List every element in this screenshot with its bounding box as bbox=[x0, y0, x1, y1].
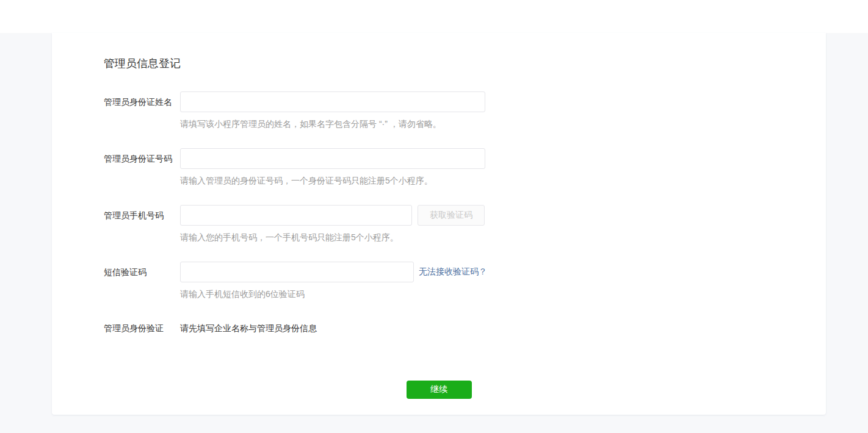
admin-phone-input[interactable] bbox=[180, 205, 412, 226]
continue-button[interactable]: 继续 bbox=[407, 381, 472, 399]
top-bar bbox=[0, 0, 868, 33]
admin-id-number-label: 管理员身份证号码 bbox=[104, 152, 180, 165]
sms-code-hint: 请输入手机短信收到的6位验证码 bbox=[180, 290, 826, 299]
admin-id-name-label: 管理员身份证姓名 bbox=[104, 96, 180, 108]
get-verification-code-button[interactable]: 获取验证码 bbox=[418, 205, 485, 226]
admin-id-number-hint: 请输入管理员的身份证号码，一个身份证号码只能注册5个小程序。 bbox=[180, 176, 826, 185]
field-identity-verify: 管理员身份验证 请先填写企业名称与管理员身份信息 bbox=[104, 324, 826, 332]
field-admin-phone: 管理员手机号码 获取验证码 请输入您的手机号码，一个手机号码只能注册5个小程序。 bbox=[104, 205, 826, 242]
sms-code-label: 短信验证码 bbox=[104, 266, 180, 278]
admin-phone-hint: 请输入您的手机号码，一个手机号码只能注册5个小程序。 bbox=[180, 233, 826, 242]
admin-id-number-input[interactable] bbox=[180, 148, 485, 169]
field-admin-id-number: 管理员身份证号码 请输入管理员的身份证号码，一个身份证号码只能注册5个小程序。 bbox=[104, 148, 826, 185]
sms-code-input[interactable] bbox=[180, 262, 414, 282]
admin-id-name-input[interactable] bbox=[180, 91, 485, 112]
admin-phone-label: 管理员手机号码 bbox=[104, 209, 180, 221]
identity-verify-status: 请先填写企业名称与管理员身份信息 bbox=[180, 324, 317, 332]
cannot-receive-code-link[interactable]: 无法接收验证码？ bbox=[419, 267, 487, 277]
field-sms-code: 短信验证码 无法接收验证码？ 请输入手机短信收到的6位验证码 bbox=[104, 262, 826, 299]
submit-row: 继续 bbox=[52, 381, 826, 399]
page-background: 管理员信息登记 管理员身份证姓名 请填写该小程序管理员的姓名，如果名字包含分隔号… bbox=[0, 33, 868, 433]
admin-id-name-hint: 请填写该小程序管理员的姓名，如果名字包含分隔号 “·” ，请勿省略。 bbox=[180, 120, 826, 129]
identity-verify-label: 管理员身份验证 bbox=[104, 324, 180, 332]
field-admin-id-name: 管理员身份证姓名 请填写该小程序管理员的姓名，如果名字包含分隔号 “·” ，请勿… bbox=[104, 91, 826, 129]
registration-card: 管理员信息登记 管理员身份证姓名 请填写该小程序管理员的姓名，如果名字包含分隔号… bbox=[52, 33, 826, 415]
page-title: 管理员信息登记 bbox=[104, 56, 826, 71]
